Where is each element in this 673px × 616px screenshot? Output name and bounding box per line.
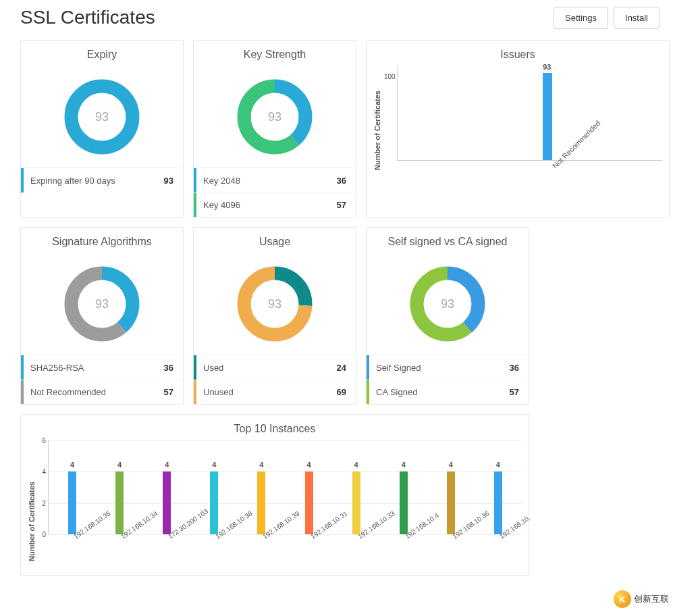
card-signed: Self signed vs CA signed 93 Self Signed3… <box>366 227 529 405</box>
issuers-plot: 93Not Recommended <box>397 66 662 161</box>
bar-value-label: 4 <box>70 461 74 469</box>
legend-label: SHA256-RSA <box>30 363 164 373</box>
legend-row[interactable]: Unused69 <box>194 380 356 404</box>
top10-col[interactable]: 4192.168.10.4 <box>380 440 427 534</box>
bar-value-label: 4 <box>212 461 216 469</box>
page-header: SSL Certificates Settings Install <box>0 0 673 33</box>
legend-row[interactable]: Key 204836 <box>194 168 356 192</box>
top10-col[interactable]: 4192.168.10.35 <box>49 440 96 534</box>
top10-col[interactable]: 4192.168.10.31 <box>285 440 332 534</box>
legend-value: 57 <box>510 387 529 397</box>
legend-row[interactable]: Self Signed36 <box>367 355 529 380</box>
legend-label: Not Recommended <box>30 387 164 397</box>
install-button[interactable]: Install <box>614 7 659 29</box>
legend-value: 57 <box>164 387 183 397</box>
legend: Self Signed36CA Signed57 <box>367 355 529 404</box>
donut-center: 93 <box>268 110 281 124</box>
top10-col[interactable]: 4192.168.10. <box>475 440 522 534</box>
issuers-bar[interactable] <box>543 73 552 160</box>
legend-value: 24 <box>337 363 356 373</box>
legend-color-bar <box>367 380 369 404</box>
legend-color-bar <box>367 355 369 380</box>
card-expiry: Expiry 93 Expiring after 90 days93 <box>20 40 184 217</box>
legend: SHA256-RSA36Not Recommended57 <box>21 355 183 404</box>
bar-value-label: 4 <box>165 461 169 469</box>
settings-button[interactable]: Settings <box>554 7 608 29</box>
top10-chart[interactable]: Number of Certificates 02464192.168.10.3… <box>21 440 529 575</box>
legend-color-bar <box>21 355 24 380</box>
page-title: SSL Certificates <box>20 7 155 28</box>
card-title: Usage <box>194 228 356 253</box>
card-usage: Usage 93 Used24Unused69 <box>193 227 356 405</box>
legend-row[interactable]: CA Signed57 <box>367 380 529 404</box>
donut-center: 93 <box>95 297 109 311</box>
legend-value: 36 <box>164 363 183 373</box>
top10-bar <box>68 471 76 534</box>
card-title: Expiry <box>21 41 183 66</box>
legend-row[interactable]: SHA256-RSA36 <box>21 355 183 380</box>
legend-label: Unused <box>203 387 337 397</box>
bar-x-label: 192.168.10. <box>498 514 532 540</box>
top10-col[interactable]: 4192.168.10.38 <box>190 440 238 534</box>
legend-color-bar <box>21 168 24 192</box>
donut-center: 93 <box>268 297 281 311</box>
bar-value-label: 4 <box>496 461 500 469</box>
legend-row[interactable]: Expiring after 90 days93 <box>21 168 183 192</box>
card-sig-algo: Signature Algorithms 93 SHA256-RSA36Not … <box>20 227 184 405</box>
donut-center: 93 <box>441 297 454 311</box>
legend-label: Self Signed <box>376 363 510 373</box>
legend-color-bar <box>194 355 196 380</box>
top10-bar <box>163 471 171 534</box>
donut-signed[interactable]: 93 <box>367 253 529 355</box>
bar-x-label: Not Recommended <box>551 119 602 170</box>
donut-sig-algo[interactable]: 93 <box>21 253 183 355</box>
legend-label: Expiring after 90 days <box>30 176 164 186</box>
legend-row[interactable]: Key 409657 <box>194 192 356 217</box>
legend-color-bar <box>194 380 196 404</box>
ytick-label: 0 <box>42 531 49 538</box>
top10-col[interactable]: 4192.168.10.33 <box>333 440 380 534</box>
legend-row[interactable]: Used24 <box>194 355 356 380</box>
bar-value-label: 4 <box>402 461 406 469</box>
donut-key-strength[interactable]: 93 <box>194 66 356 168</box>
card-key-strength: Key Strength 93 Key 204836Key 409657 <box>193 40 356 217</box>
axis-ylabel: Number of Certificates <box>28 440 36 569</box>
legend-value: 36 <box>337 176 356 186</box>
axis-ylabel: Number of Certificates <box>373 66 381 195</box>
ytick-label: 4 <box>42 468 49 476</box>
legend-value: 57 <box>337 200 356 210</box>
bar-value-label: 4 <box>306 461 311 469</box>
donut-expiry[interactable]: 93 <box>21 66 183 168</box>
top10-col[interactable]: 4192.168.10.39 <box>238 440 285 534</box>
legend: Expiring after 90 days93 <box>21 168 183 192</box>
top10-col[interactable]: 4192.168.10.36 <box>427 440 475 534</box>
legend-label: CA Signed <box>376 387 510 397</box>
top10-bar <box>494 471 502 534</box>
top10-bar <box>447 471 455 534</box>
top10-col[interactable]: 4192.168.10.34 <box>96 440 143 534</box>
bar-value-label: 93 <box>543 63 551 71</box>
top10-bar <box>210 471 218 534</box>
legend-value: 69 <box>337 387 356 397</box>
top10-bar <box>305 471 313 534</box>
legend-value: 93 <box>164 176 183 186</box>
top10-col[interactable]: 4172.30.200.103 <box>143 440 190 534</box>
issuers-chart[interactable]: Number of Certificates 100 93Not Recomme… <box>367 66 669 201</box>
legend-label: Key 2048 <box>203 176 337 186</box>
bar-value-label: 4 <box>259 461 263 469</box>
donut-usage[interactable]: 93 <box>194 253 356 355</box>
legend-value: 36 <box>510 363 529 373</box>
legend-color-bar <box>194 168 196 192</box>
top10-bar <box>352 471 360 534</box>
ytick-label: 6 <box>42 437 49 444</box>
card-top10: Top 10 Instances Number of Certificates … <box>20 414 529 576</box>
top10-bar <box>115 471 124 534</box>
top10-plot: 02464192.168.10.354192.168.10.344172.30.… <box>48 440 522 535</box>
legend: Key 204836Key 409657 <box>194 168 356 217</box>
card-issuers: Issuers Number of Certificates 100 93Not… <box>366 40 670 217</box>
legend-row[interactable]: Not Recommended57 <box>21 380 183 404</box>
card-title: Signature Algorithms <box>21 228 183 253</box>
top10-bar <box>400 471 408 534</box>
card-title: Key Strength <box>194 41 356 66</box>
header-buttons: Settings Install <box>554 7 659 29</box>
